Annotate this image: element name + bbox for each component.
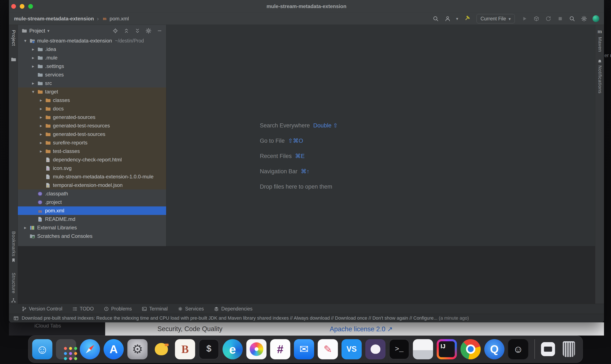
select-opened-file-icon[interactable] [112,28,119,34]
tree-row-mule[interactable]: ▸.mule [18,53,166,62]
tree-row-external-libraries[interactable]: ▸External Libraries [18,223,166,232]
dock-icon-display[interactable] [541,342,555,356]
dock-icon-vscode[interactable] [342,339,362,359]
tree-label: mule-stream-metadata-extension-1.0.0-mul… [53,174,154,180]
dock-icon-slack[interactable] [270,339,291,359]
hide-panel-icon[interactable] [156,28,163,34]
tree-row-project[interactable]: .project [18,198,166,207]
tree-row-docs[interactable]: ▸docs [18,104,166,113]
status-timestamp: (a minute ago) [438,315,469,321]
dock-icon-cyberduck[interactable] [151,339,172,359]
panel-options-icon[interactable] [145,28,152,34]
window-title: mule-stream-metadata-extension [9,0,604,13]
build-hammer-icon[interactable] [463,15,470,22]
tree-row-idea[interactable]: ▸.idea [18,45,166,53]
tree-row-generated-sources[interactable]: ▸generated-sources [18,113,166,121]
tree-row-src[interactable]: ▸src [18,79,166,88]
tree-row-mule-stream-metadata-extension[interactable]: ▾mule-stream-metadata-extension~/destin/… [18,37,166,45]
settings-icon[interactable] [581,15,587,22]
dock-icon-photos[interactable] [246,339,267,359]
dock-icon-trash[interactable] [559,339,579,359]
user-avatar[interactable] [593,15,599,22]
tool-stripe-structure[interactable]: Structure [11,273,16,294]
tool-stripe-bookmarks[interactable]: Bookmarks [11,231,16,257]
tool-stripe-project[interactable]: Project [11,30,16,46]
tree-row-scratches-and-consoles[interactable]: Scratches and Consoles [18,232,166,240]
search-everywhere-icon[interactable] [569,15,575,22]
maven-tool-icon[interactable]: m [597,29,602,34]
bookmark-icon[interactable] [11,257,16,263]
dock-icon-app-store[interactable] [104,339,124,359]
breadcrumb: mule-stream-metadata-extension › m pom.x… [14,15,129,22]
notifications-icon[interactable] [597,59,602,64]
rerun-button[interactable] [545,15,552,22]
layout-icon[interactable] [13,315,19,321]
user-menu-icon[interactable] [444,15,451,22]
browser-page-text: Security, Code Quality [158,325,222,333]
tree-row-dependency-check-report-html[interactable]: ‹›dependency-check-report.html [18,156,166,164]
tool-stripe-maven[interactable]: Maven [597,37,603,52]
dock-icon-creative-app[interactable] [318,339,338,359]
tree-row-settings[interactable]: ▸.settings [18,62,166,70]
tree-row-readme-md[interactable]: MREADME.md [18,215,166,223]
dock-icon-chrome[interactable] [461,339,481,359]
tool-button-todo[interactable]: TODO [72,306,94,312]
dock-icon-draw-things[interactable] [508,339,528,359]
tool-button-dependencies[interactable]: Dependencies [214,306,252,312]
search-usages-icon[interactable] [432,15,439,22]
stop-button[interactable] [557,15,564,22]
project-view-title[interactable]: Project [29,28,45,34]
package-button[interactable] [533,15,540,22]
status-link-configure[interactable]: Configure... [413,315,438,321]
tool-button-services[interactable]: Services [177,306,204,312]
tree-row-classpath[interactable]: .classpath [18,189,166,198]
chevron-down-icon[interactable]: ▾ [47,28,50,33]
folder-tool-icon[interactable] [11,57,16,62]
tree-row-target[interactable]: ▾target [18,88,166,96]
tool-button-label: Problems [111,306,132,312]
structure-icon[interactable] [11,298,16,303]
tree-row-surefire-reports[interactable]: ▸surefire-reports [18,139,166,147]
dock-icon-intellij-idea[interactable] [437,339,457,359]
status-link-always-download[interactable]: Always download [294,315,330,321]
dock-icon-safari[interactable] [80,339,100,359]
tree-row-mule-stream-metadata-extension-1-0-0-mule[interactable]: mule-stream-metadata-extension-1.0.0-mul… [18,172,166,181]
breadcrumb-project[interactable]: mule-stream-metadata-extension [14,16,94,22]
status-link-don-t-show-again[interactable]: Don't show again [372,315,408,321]
dock-icon-microsoft-edge[interactable] [223,339,243,359]
status-link-download-once[interactable]: Download once [335,315,367,321]
tool-stripe-notifications[interactable]: Notifications [597,65,603,94]
tree-label: .settings [45,63,64,69]
dock-icon-quicktime[interactable] [484,339,505,359]
tool-button-terminal[interactable]: Terminal [142,306,168,312]
tree-row-classes[interactable]: ▸classes [18,96,166,104]
tree-row-generated-test-sources[interactable]: ▸generated-test-sources [18,130,166,139]
shortcut-keys: ⌘E [295,153,305,159]
tool-button-problems[interactable]: Problems [104,306,132,312]
right-tool-stripe: m Maven Notifications [595,25,604,304]
dock-icon-system-settings[interactable] [127,339,148,359]
expand-all-icon[interactable] [123,28,130,34]
dock-icon-mail[interactable] [294,339,314,359]
tree-row-generated-test-resources[interactable]: ▸generated-test-resources [18,121,166,130]
tree-row-services[interactable]: services [18,70,166,79]
tool-button-version-control[interactable]: Version Control [21,306,62,312]
browser-sidebar-item-icloud-tabs[interactable]: iCloud Tabs [34,323,61,329]
tree-row-temporal-extension-model-json[interactable]: {}temporal-extension-model.json [18,181,166,189]
tree-row-pom-xml[interactable]: mpom.xml [18,207,166,215]
dock-icon-launchpad[interactable] [56,339,76,359]
breadcrumb-file[interactable]: pom.xml [110,16,129,22]
dock-icon-finder[interactable] [32,339,53,359]
run-button[interactable] [521,15,528,22]
tree-row-icon-svg[interactable]: Sicon.svg [18,164,166,172]
run-configuration-selector[interactable]: Current File ▾ [477,14,515,23]
dock-icon-terminal[interactable] [389,339,409,359]
browser-page-link[interactable]: Apache license 2.0 ↗ [330,325,393,333]
dock-icon-github-desktop[interactable] [365,339,385,359]
dock-icon-utility-app[interactable] [413,339,433,359]
collapse-all-icon[interactable] [134,28,141,34]
dock-icon-iterm[interactable] [199,339,219,359]
dock-icon-bear[interactable] [175,339,195,359]
status-bar: Download pre-built shared indexes: Reduc… [9,314,604,322]
tree-row-test-classes[interactable]: ▸test-classes [18,147,166,156]
